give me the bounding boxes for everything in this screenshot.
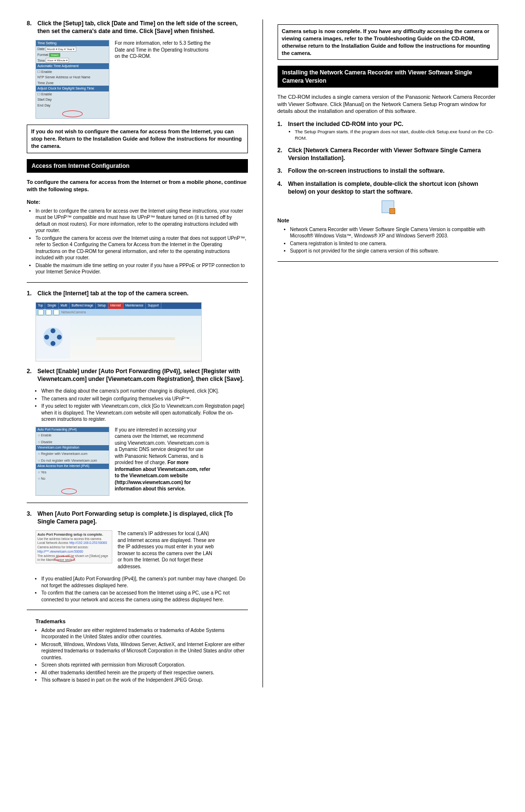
r-step-2: Click [Network Camera Recorder with View…	[278, 146, 499, 162]
step-3: When [Auto Port Forwarding setup is comp…	[27, 510, 248, 525]
arrow-left-icon	[44, 335, 49, 340]
heading-install-recorder: Installing the Network Camera Recorder w…	[278, 66, 499, 87]
notes-list-1: In order to configure the camera for acc…	[27, 208, 248, 275]
ptz-panel	[36, 316, 70, 359]
list-item: When the dialog about the camera's port …	[41, 388, 248, 395]
info-box-complete: Camera setup is now complete. If you hav…	[278, 24, 499, 60]
insert-button: Insert	[49, 53, 60, 57]
tab-support: Support	[146, 303, 161, 309]
note-item: In order to configure the camera for acc…	[35, 208, 248, 234]
list-item: If you select to register with Viewnetca…	[41, 403, 248, 423]
left-column: Click the [Setup] tab, click [Date and T…	[27, 19, 248, 687]
figure-time-settings: Time Setting Date Month ▾ Day ▾ Year ▾ F…	[27, 40, 248, 119]
separator	[278, 261, 499, 262]
step-1: Click the [Internet] tab at the top of t…	[27, 289, 248, 297]
screenshot-port-forwarding: Auto Port Forwarding (IPv4) Enable Disab…	[35, 427, 109, 496]
screenshot-camera-ui: Top Single Multi Buffered Image Setup In…	[35, 302, 202, 361]
figure-time-caption: For more information, refer to 5.3 Setti…	[115, 40, 212, 60]
separator	[27, 282, 248, 283]
tab-top: Top	[36, 303, 45, 309]
tab-maintenance: Maintenance	[123, 303, 146, 309]
highlight-save-icon	[62, 110, 83, 117]
separator	[27, 503, 248, 503]
step2-bullets: When the dialog about the camera's port …	[27, 388, 248, 423]
list-item: Network Camera Recorder with Viewer Soft…	[290, 226, 499, 239]
toolbar-label: NetworkCamera	[61, 310, 86, 314]
screenshot-fwd-complete: Auto Port Forwarding setup is complete. …	[35, 530, 112, 563]
r-step-1: Insert the included CD-ROM into your PC.…	[278, 120, 499, 142]
figure-ipv4: Auto Port Forwarding (IPv4) Enable Disab…	[27, 427, 248, 496]
list-item: All other trademarks identified herein a…	[41, 669, 248, 676]
section-time: Time Setting	[36, 40, 109, 46]
sub-step: The Setup Program starts. If the program…	[295, 129, 499, 142]
right-column: Camera setup is now complete. If you hav…	[278, 19, 499, 687]
note-item: Disable the maximum idle time setting on…	[35, 262, 248, 275]
list-item: Microsoft, Windows, Windows Vista, Windo…	[41, 641, 248, 661]
note-label: Note:	[27, 198, 248, 206]
list-item: Adobe and Reader are either registered t…	[41, 627, 248, 640]
arrow-up-icon	[51, 328, 55, 333]
info-box-stop: If you do not wish to configure the came…	[27, 125, 248, 153]
page-container: Click the [Setup] tab, click [Date and T…	[27, 19, 498, 687]
trademarks-heading: Trademarks	[27, 618, 248, 625]
ptz-ring-icon	[43, 327, 63, 347]
figure-fwd-complete: Auto Port Forwarding setup is complete. …	[27, 530, 248, 570]
list-item: If you enabled [Auto Port Forwarding (IP…	[41, 576, 248, 589]
step3-bullets: If you enabled [Auto Port Forwarding (IP…	[27, 576, 248, 603]
arrow-right-icon	[57, 335, 62, 340]
shortcut-icon-wrap	[278, 200, 499, 213]
intro-recorder: The CD-ROM includes a single camera vers…	[278, 93, 499, 115]
separator	[27, 610, 248, 610]
intro-internet: To configure the camera for access from …	[27, 179, 248, 193]
toolbar-icon	[53, 309, 59, 315]
section-auto-time: Automatic Time Adjustment	[36, 63, 109, 69]
figure-fwd-caption: The camera's IP addresses for local (LAN…	[118, 530, 215, 570]
figure-camera-tabs: Top Single Multi Buffered Image Setup In…	[27, 302, 248, 361]
r-step-3: Follow the on-screen instructions to ins…	[278, 167, 499, 175]
toolbar-icon	[38, 309, 44, 315]
highlight-button-icon	[54, 556, 75, 562]
notes-right: Network Camera Recorder with Viewer Soft…	[278, 226, 499, 254]
tab-setup: Setup	[96, 303, 108, 309]
step-8: Click the [Setup] tab, click [Date and T…	[27, 19, 248, 35]
tab-buffered: Buffered Image	[70, 303, 95, 309]
step-2: Select [Enable] under [Auto Port Forward…	[27, 367, 248, 383]
note-item: To configure the camera for access over …	[35, 235, 248, 261]
trademarks-list: Adobe and Reader are either registered t…	[27, 627, 248, 684]
tab-internet: Internet	[108, 303, 123, 309]
shortcut-icon	[382, 200, 394, 213]
arrow-down-icon	[51, 341, 55, 346]
list-item: To confirm that the camera can be access…	[41, 590, 248, 603]
list-item: The camera and router will begin configu…	[41, 396, 248, 402]
highlight-save-icon	[61, 488, 77, 494]
heading-internet-config: Access from Internet Configuration	[27, 159, 248, 173]
list-item: Screen shots reprinted with permission f…	[41, 662, 248, 668]
screenshot-time-settings: Time Setting Date Month ▾ Day ▾ Year ▾ F…	[35, 40, 109, 119]
tab-bar: Top Single Multi Buffered Image Setup In…	[36, 303, 201, 309]
note-label-right: Note	[278, 217, 499, 224]
camera-view	[70, 316, 201, 359]
section-dst: Adjust Clock for Daylight Saving Time	[36, 86, 109, 91]
list-item: Support is not provided for the single c…	[290, 248, 499, 254]
toolbar-icon	[46, 309, 52, 315]
toolbar: NetworkCamera	[36, 309, 201, 316]
list-item: Camera registration is limited to one ca…	[290, 240, 499, 247]
tab-multi: Multi	[59, 303, 70, 309]
list-item: This software is based in part on the wo…	[41, 677, 248, 684]
figure-ipv4-caption: If you are interested in accessing your …	[115, 427, 212, 492]
r-step-4: When installation is complete, double-cl…	[278, 180, 499, 196]
room-image-icon	[96, 337, 175, 355]
tab-single: Single	[45, 303, 58, 309]
column-divider	[262, 19, 263, 687]
